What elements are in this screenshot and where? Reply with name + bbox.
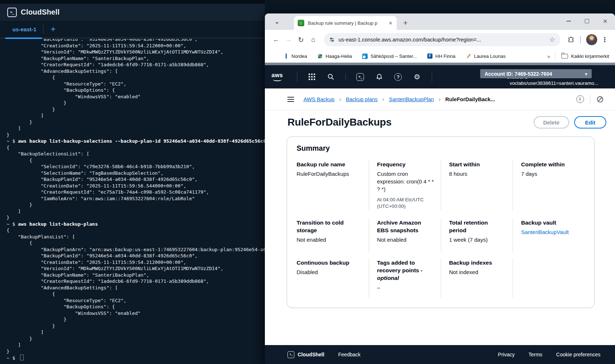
page-title: RuleForDailyBackups: [287, 116, 534, 128]
terminal-line: "CreationDate": "2025-11-11T15:59:54.212…: [7, 259, 265, 266]
footer-link[interactable]: Privacy: [498, 352, 515, 357]
tab-close-button[interactable]: [387, 20, 394, 26]
browser-menu-icon[interactable]: [600, 35, 610, 45]
bookmark-star-icon[interactable]: [549, 36, 555, 44]
terminal-line: "AdvancedBackupSettings": [: [7, 285, 265, 291]
bookmarks-overflow-icon[interactable]: [547, 53, 550, 59]
summary-heading: Summary: [297, 144, 585, 153]
bookmark-item[interactable]: Haaga-Helia: [317, 53, 352, 59]
summary-card: Summary Backup rule nameRuleForDailyBack…: [287, 136, 595, 308]
new-tab-button[interactable]: [400, 17, 411, 28]
page-top-strip: [265, 63, 615, 65]
chevron-down-icon: [585, 71, 587, 77]
minimize-button[interactable]: [564, 16, 573, 26]
summary-field-value: Not enabled: [377, 236, 434, 244]
help-icon[interactable]: [392, 71, 404, 83]
summary-field-value-link[interactable]: SanteriBackupVault: [521, 228, 578, 236]
terminal-line: ~ $: [7, 355, 265, 361]
bookmarks-divider: [555, 52, 556, 60]
terminal-line: ]: [7, 208, 265, 215]
cloudshell-terminal-icon: [287, 351, 294, 358]
cloudshell-region-tab[interactable]: us-east-1: [11, 26, 43, 32]
nav-divider-small: [345, 74, 346, 80]
terminal-line: "CreatorRequestId": "1adedcb6-6fd9-7718-…: [7, 278, 265, 285]
breadcrumb-current: RuleForDailyBack...: [445, 96, 495, 102]
profile-avatar[interactable]: [586, 34, 598, 46]
bookmark-item[interactable]: HH Finna: [427, 53, 455, 59]
browser-toolbar: us-east-1.console.aws.amazon.com/backup/…: [265, 30, 615, 50]
bookmark-label: Haaga-Helia: [326, 54, 352, 59]
bookmark-item[interactable]: Laurea Lounas: [466, 53, 506, 59]
aws-logo[interactable]: aws: [271, 72, 283, 81]
terminal-cursor[interactable]: [20, 355, 24, 360]
summary-field-value: 1 week (7 days): [449, 236, 506, 244]
terminal-command: aws backup list-backup-plans: [18, 221, 98, 227]
footer-link[interactable]: Terms: [528, 352, 542, 357]
terminal-line: "BackupPlansList": [: [7, 234, 265, 240]
summary-cell: Tags added to recovery points - optional…: [369, 259, 441, 297]
terminal-line: "BackupPlanArn": "arn:aws:backup:us-east…: [7, 246, 265, 253]
settings-gear-icon[interactable]: [411, 71, 423, 83]
breadcrumb-link[interactable]: AWS Backup: [303, 96, 334, 102]
services-grid-icon[interactable]: [306, 71, 318, 83]
delete-button[interactable]: Delete: [534, 116, 569, 128]
screen: CloudShell us-east-1 "BackupPlanId": "95…: [0, 0, 615, 364]
tab-search-button[interactable]: [271, 16, 282, 27]
search-icon[interactable]: [325, 71, 337, 83]
extensions-icon[interactable]: [565, 33, 577, 46]
terminal-line: ]: [7, 342, 265, 348]
summary-row: Backup rule nameRuleForDailyBackupsFrequ…: [297, 161, 585, 211]
back-button[interactable]: [270, 33, 282, 46]
maximize-button[interactable]: [582, 16, 592, 26]
browser-tab[interactable]: Backup rule summary | Backup p: [294, 16, 397, 30]
footer-cloudshell-button[interactable]: CloudShell: [287, 351, 324, 358]
terminal-line: }: [7, 323, 265, 329]
breadcrumb-link[interactable]: SanteriBackupPlan: [389, 96, 434, 102]
cloudshell-title: CloudShell: [21, 8, 59, 16]
window-controls: [564, 16, 610, 26]
notifications-bell-icon[interactable]: [373, 71, 385, 83]
footer-feedback-link[interactable]: Feedback: [338, 352, 360, 357]
summary-field-label: Backup rule name: [297, 161, 362, 168]
edit-button[interactable]: Edit: [574, 116, 606, 128]
terminal-line: "CreationDate": "2025-11-11T15:59:56.544…: [7, 183, 265, 189]
bookmark-item[interactable]: Nordea: [283, 53, 307, 59]
terminal-line: {: [7, 145, 265, 151]
terminal-line: "BackupOptions": {: [7, 87, 265, 94]
bookmark-label: HH Finna: [435, 54, 455, 59]
address-bar[interactable]: us-east-1.console.aws.amazon.com/backup/…: [324, 33, 560, 46]
cloudshell-nav-icon[interactable]: [354, 71, 367, 83]
terminal-line: }: [7, 336, 265, 342]
folder-icon: [561, 54, 568, 59]
reload-button[interactable]: [295, 33, 307, 46]
footer-link[interactable]: Cookie preferences: [556, 352, 600, 357]
site-settings-icon[interactable]: [329, 37, 335, 43]
terminal[interactable]: "BackupPlanId": "95246e54-a034-40dd-838f…: [0, 39, 265, 364]
notifications-status-icon[interactable]: [595, 94, 606, 105]
cloudshell-new-tab-button[interactable]: [43, 25, 56, 33]
terminal-line: "WindowsVSS": "enabled": [7, 310, 265, 317]
terminal-line: "AdvancedBackupSettings": [: [7, 68, 265, 75]
bookmark-item[interactable]: Sähköposti – Santer...: [362, 53, 417, 59]
terminal-line: "VersionId": "MDkwMWQzZTYtZDVkYS00NzliLW…: [7, 49, 265, 55]
terminal-line: "BackupPlanName": "SanteriBackupPlan",: [7, 55, 265, 62]
account-menu[interactable]: Account ID: 7469-5322-7604: [480, 69, 592, 78]
bookmark-label: Laurea Lounas: [474, 54, 506, 59]
summary-field-value: Not enabled: [297, 236, 362, 244]
summary-field-label: Tags added to recovery points - optional: [377, 259, 434, 282]
close-button[interactable]: [600, 16, 610, 26]
terminal-line: "SelectionName": "TagBasedBackupSelectio…: [7, 170, 265, 177]
all-bookmarks-folder[interactable]: Kaikki kirjanmerkit: [561, 54, 609, 59]
breadcrumb-link[interactable]: Backup plans: [346, 96, 377, 102]
summary-cell: Continuous backupDisabled: [297, 259, 369, 297]
cloudshell-terminal-icon: [7, 8, 17, 17]
terminal-line: "BackupPlanId": "95246e54-a034-40dd-838f…: [7, 176, 265, 183]
terminal-line: }: [7, 119, 265, 126]
terminal-line: "WindowsVSS": "enabled": [7, 94, 265, 100]
forward-button[interactable]: [282, 33, 295, 46]
info-panel-icon[interactable]: [575, 94, 585, 105]
home-button[interactable]: [307, 33, 320, 46]
side-nav-hamburger-icon[interactable]: [287, 97, 294, 102]
terminal-line: "BackupPlanId": "95246e54-a034-40dd-838f…: [7, 253, 265, 259]
terminal-command: aws backup list-backup-selections --back…: [18, 138, 265, 144]
